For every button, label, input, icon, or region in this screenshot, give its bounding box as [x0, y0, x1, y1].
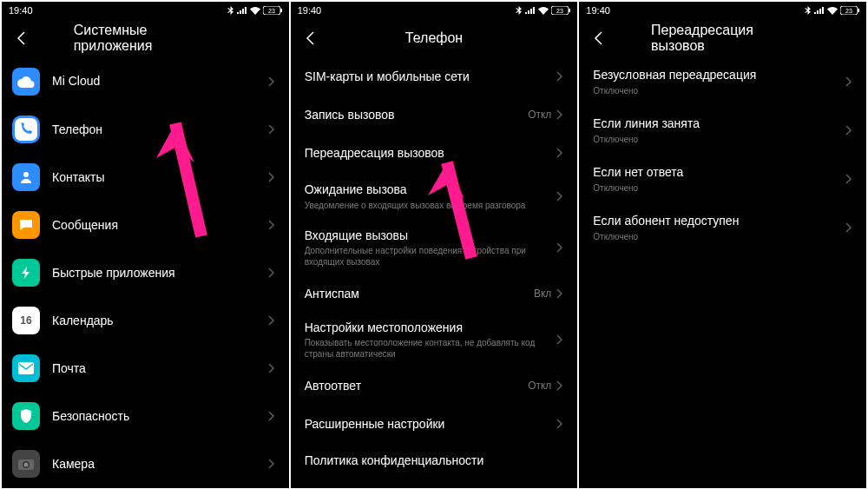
status-bar: 19:40 23: [2, 2, 289, 19]
header: Системные приложения: [2, 19, 289, 57]
bluetooth-icon: [227, 6, 234, 15]
item-label: SIM-карты и мобильные сети: [305, 69, 557, 84]
chevron-right-icon: [845, 125, 852, 135]
svg-point-3: [23, 172, 29, 177]
mail-icon: [12, 354, 40, 382]
chevron-right-icon: [268, 411, 275, 421]
chevron-right-icon: [268, 76, 275, 87]
item-privacy-policy[interactable]: Политика конфиденциальности: [291, 443, 578, 469]
item-label: Расширенные настройки: [305, 416, 557, 432]
chevron-right-icon: [268, 124, 275, 135]
item-subtitle: Уведомление о входящих вызовах во время …: [305, 200, 557, 211]
item-label: Календарь: [52, 313, 268, 328]
item-unconditional-forward[interactable]: Безусловная переадресация Отключено: [579, 57, 866, 106]
item-value: Откл: [528, 109, 551, 121]
screen-call-forwarding: 19:40 23 Переадресация вызовов Безусловн…: [579, 2, 866, 488]
chevron-right-icon: [556, 148, 563, 158]
item-label: Mi Cloud: [52, 73, 268, 89]
item-location-settings[interactable]: Настройки местоположения Показывать мест…: [291, 313, 578, 367]
signal-icon: [525, 7, 536, 14]
settings-list: Mi Cloud Телефон Контакты: [2, 57, 289, 488]
item-subtitle: Дополнительные настройки поведения устро…: [305, 245, 557, 268]
calendar-icon: 16: [12, 307, 40, 334]
back-button[interactable]: [586, 26, 610, 50]
header: Переадресация вызовов: [579, 19, 866, 57]
item-quick-apps[interactable]: Быстрые приложения: [2, 248, 289, 296]
chevron-right-icon: [556, 109, 563, 120]
item-sim-networks[interactable]: SIM-карты и мобильные сети: [291, 57, 578, 96]
svg-rect-1: [280, 9, 282, 12]
settings-list: SIM-карты и мобильные сети Запись вызово…: [291, 57, 578, 488]
status-time: 19:40: [586, 5, 610, 16]
chevron-left-icon: [306, 31, 314, 45]
item-label: Запись вызовов: [305, 107, 528, 122]
chevron-right-icon: [556, 71, 563, 82]
chevron-right-icon: [845, 76, 852, 87]
item-no-answer[interactable]: Если нет ответа Отключено: [579, 155, 866, 203]
item-mail[interactable]: Почта: [2, 345, 289, 393]
item-value: Откл: [528, 380, 551, 392]
back-button[interactable]: [298, 26, 322, 50]
status-right: 23: [516, 6, 570, 15]
item-autoanswer[interactable]: Автоответ Откл: [291, 367, 578, 405]
item-incoming-calls[interactable]: Входящие вызовы Дополнительные настройки…: [291, 221, 578, 274]
item-subtitle: Показывать местоположение контакта, не д…: [305, 337, 557, 360]
wifi-icon: [827, 7, 838, 15]
chevron-right-icon: [845, 174, 852, 184]
item-label: Безопасность: [52, 408, 268, 424]
item-messages[interactable]: Сообщения: [2, 201, 289, 248]
item-value: Вкл: [534, 287, 551, 300]
chevron-right-icon: [556, 419, 563, 429]
contacts-icon: [12, 163, 40, 191]
item-calendar[interactable]: 16 Календарь: [2, 297, 289, 345]
item-call-waiting[interactable]: Ожидание вызова Уведомление о входящих в…: [291, 172, 578, 221]
status-time: 19:40: [9, 5, 33, 16]
item-label: Безусловная переадресация: [593, 67, 845, 83]
item-subtitle: Отключено: [593, 182, 845, 194]
screen-system-apps: 19:40 23 Системные приложения: [2, 2, 289, 488]
item-label: Камера: [52, 456, 268, 472]
item-camera[interactable]: Камера: [2, 440, 289, 488]
item-advanced[interactable]: Расширенные настройки: [291, 405, 578, 443]
chevron-left-icon: [594, 31, 602, 45]
item-mi-cloud[interactable]: Mi Cloud: [2, 57, 289, 105]
status-right: 23: [805, 6, 859, 15]
item-label: Быстрые приложения: [52, 265, 268, 281]
messages-icon: [12, 211, 40, 239]
back-button[interactable]: [9, 26, 33, 50]
svg-point-7: [24, 463, 29, 467]
item-security[interactable]: Безопасность: [2, 393, 289, 440]
item-label: Почта: [52, 360, 268, 376]
chevron-right-icon: [556, 191, 563, 202]
item-phone[interactable]: Телефон: [2, 105, 289, 153]
bluetooth-icon: [516, 6, 523, 15]
page-title: Переадресация вызовов: [651, 23, 794, 54]
quick-apps-icon: [12, 259, 40, 287]
status-time: 19:40: [298, 5, 322, 16]
status-bar: 19:40 23: [291, 2, 578, 19]
item-call-forwarding[interactable]: Переадресация вызовов: [291, 134, 578, 172]
battery-icon: 23: [551, 6, 570, 15]
item-when-busy[interactable]: Если линия занята Отключено: [579, 106, 866, 155]
svg-text:23: 23: [845, 8, 852, 14]
chevron-right-icon: [268, 268, 275, 278]
status-bar: 19:40 23: [579, 2, 866, 19]
status-right: 23: [227, 6, 282, 15]
item-call-recording[interactable]: Запись вызовов Откл: [291, 96, 578, 134]
cloud-icon: [12, 68, 40, 96]
chevron-right-icon: [268, 459, 275, 469]
item-contacts[interactable]: Контакты: [2, 153, 289, 201]
item-label: Если абонент недоступен: [593, 213, 845, 228]
item-unreachable[interactable]: Если абонент недоступен Отключено: [579, 203, 866, 252]
svg-rect-9: [569, 9, 570, 12]
chevron-right-icon: [268, 220, 275, 230]
signal-icon: [237, 7, 247, 14]
svg-rect-12: [858, 9, 859, 12]
chevron-right-icon: [556, 334, 563, 345]
item-label: Если линия занята: [593, 116, 845, 131]
item-antispam[interactable]: Антиспам Вкл: [291, 274, 578, 313]
battery-icon: 23: [840, 6, 859, 15]
item-label: Входящие вызовы: [305, 228, 557, 243]
settings-list: Безусловная переадресация Отключено Если…: [579, 57, 866, 488]
page-title: Телефон: [405, 30, 463, 46]
